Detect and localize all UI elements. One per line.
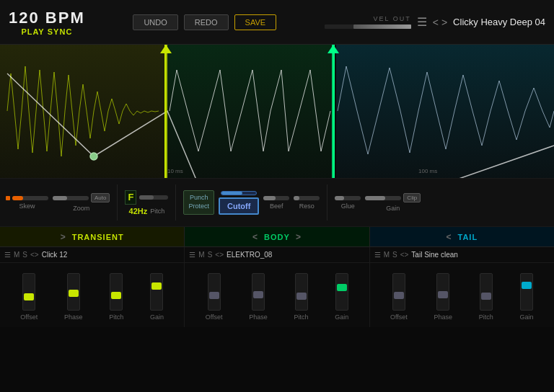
- body-phase-label: Phase: [249, 313, 268, 321]
- transient-pitch-fader[interactable]: [110, 273, 123, 311]
- tail-gain-group: Gain: [520, 273, 534, 321]
- transient-gain-fader[interactable]: [150, 273, 163, 311]
- transient-nav-right[interactable]: >: [61, 232, 66, 242]
- beef-slider[interactable]: [263, 196, 289, 200]
- next-arrow-icon[interactable]: >: [441, 17, 447, 28]
- reso-group: Reso: [294, 196, 320, 210]
- body-pitch-fader[interactable]: [295, 273, 308, 311]
- toolbar-center: UNDO REDO SAVE: [133, 14, 276, 30]
- skew-slider[interactable]: [12, 196, 48, 200]
- tail-phase-fader[interactable]: [436, 273, 449, 311]
- play-sync: PLAY SYNC: [21, 27, 72, 36]
- transient-s-btn[interactable]: S: [22, 251, 27, 259]
- tail-sample-name[interactable]: Tail Sine clean: [411, 251, 457, 259]
- body-gain-fader[interactable]: [335, 273, 348, 311]
- zoom-slider[interactable]: [53, 196, 89, 200]
- cutoff-slider[interactable]: [221, 191, 257, 195]
- section-tail-header: < TAIL: [370, 227, 554, 246]
- body-nav-left[interactable]: <: [252, 232, 258, 242]
- separator-1: [117, 184, 118, 220]
- transient-menu-icon[interactable]: ☰: [4, 251, 11, 259]
- reso-label: Reso: [299, 202, 315, 210]
- controls-bar: Skew Auto Zoom F 42Hz Pitch PunchProtect: [0, 178, 554, 227]
- prev-arrow-icon[interactable]: <: [433, 17, 439, 28]
- transient-phase-group: Phase: [64, 273, 83, 321]
- transient-offset-group: Offset: [20, 273, 38, 321]
- sync-label[interactable]: SYNC: [48, 27, 73, 36]
- skew-group: Skew: [6, 196, 48, 210]
- tail-pitch-fader[interactable]: [480, 273, 493, 311]
- gain-slider[interactable]: [365, 196, 401, 200]
- transient-m-btn[interactable]: M: [14, 251, 19, 259]
- undo-button[interactable]: UNDO: [133, 14, 177, 30]
- nav-arrows[interactable]: < >: [433, 17, 447, 28]
- pitch-fine-slider[interactable]: [139, 195, 168, 200]
- body-m-btn[interactable]: M: [198, 251, 204, 259]
- sections-row: > TRANSIENT < BODY > < TAIL: [0, 227, 554, 247]
- transient-section-label: TRANSIENT: [72, 233, 124, 241]
- glue-slider[interactable]: [335, 196, 361, 200]
- zoom-label: Zoom: [73, 205, 89, 212]
- tail-offset-fader[interactable]: [392, 273, 405, 311]
- save-button[interactable]: SAVE: [234, 14, 277, 30]
- waveform-svg: 10 ms 100 ms: [0, 45, 554, 178]
- body-pitch-label: Pitch: [294, 313, 309, 321]
- body-offset-fader[interactable]: [208, 273, 221, 311]
- menu-icon[interactable]: ☰: [417, 15, 427, 29]
- body-arrows[interactable]: <>: [215, 251, 224, 259]
- tail-nav-left[interactable]: <: [447, 232, 452, 242]
- tail-m-btn[interactable]: M: [384, 251, 390, 259]
- tail-menu-icon[interactable]: ☰: [374, 251, 381, 259]
- body-gain-group: Gain: [335, 273, 348, 321]
- body-nav-right[interactable]: >: [296, 232, 302, 242]
- transient-sample-cell: ☰ M S <> Click 12: [0, 247, 185, 262]
- cutoff-group: Cutoff: [219, 191, 259, 215]
- body-offset-group: Offset: [206, 273, 223, 321]
- body-knobs-section: Offset Phase Pitch Gain: [185, 263, 369, 327]
- auto-badge[interactable]: Auto: [91, 193, 110, 202]
- gain-main-group: Clip Gain: [365, 193, 421, 212]
- svg-marker-2: [160, 45, 172, 53]
- body-phase-fader[interactable]: [252, 273, 265, 311]
- skew-indicator: [6, 196, 10, 200]
- transient-gain-label: Gain: [150, 313, 164, 321]
- play-label: PLAY: [21, 27, 44, 36]
- transient-sample-name[interactable]: Click 12: [42, 251, 68, 259]
- cutoff-button[interactable]: Cutoff: [219, 197, 259, 215]
- waveform-area[interactable]: 10 ms 100 ms: [0, 45, 554, 178]
- transient-phase-fader[interactable]: [67, 273, 80, 311]
- body-menu-icon[interactable]: ☰: [189, 251, 195, 259]
- vel-out-bar: [325, 24, 411, 29]
- punch-protect-button[interactable]: PunchProtect: [183, 190, 214, 214]
- body-s-btn[interactable]: S: [208, 251, 213, 259]
- pitch-group: F 42Hz Pitch: [125, 190, 168, 215]
- transient-phase-label: Phase: [64, 313, 83, 321]
- tail-phase-label: Phase: [434, 313, 453, 321]
- transient-pitch-group: Pitch: [109, 273, 123, 321]
- clip-badge: Clip: [403, 193, 421, 202]
- punch-protect-group: PunchProtect: [183, 190, 214, 214]
- transient-offset-fader[interactable]: [22, 273, 35, 311]
- redo-button[interactable]: REDO: [184, 14, 229, 30]
- svg-marker-3: [327, 45, 339, 53]
- glue-group: Glue: [335, 196, 361, 210]
- transient-knobs-section: Offset Phase Pitch Gain: [0, 263, 185, 327]
- body-phase-group: Phase: [249, 273, 268, 321]
- beef-group: Beef: [263, 196, 289, 210]
- separator-2: [175, 184, 176, 220]
- tail-arrows[interactable]: <>: [400, 251, 409, 259]
- pitch-hz-display: 42Hz: [129, 207, 148, 215]
- section-body-header: < BODY >: [185, 227, 369, 246]
- tail-gain-fader[interactable]: [520, 273, 533, 311]
- vel-out-label: VEL OUT: [374, 15, 411, 22]
- pitch-label: Pitch: [150, 208, 164, 215]
- bpm-display[interactable]: 120 BPM: [9, 9, 85, 27]
- f-note-display: F: [125, 190, 136, 205]
- body-sample-name[interactable]: ELEKTRO_08: [227, 251, 272, 259]
- body-sample-cell: ☰ M S <> ELEKTRO_08: [185, 247, 369, 262]
- preset-name[interactable]: Clicky Heavy Deep 04: [453, 17, 545, 27]
- tail-s-btn[interactable]: S: [392, 251, 397, 259]
- transient-arrows[interactable]: <>: [30, 251, 39, 259]
- reso-slider[interactable]: [294, 196, 320, 200]
- tail-pitch-label: Pitch: [479, 313, 493, 321]
